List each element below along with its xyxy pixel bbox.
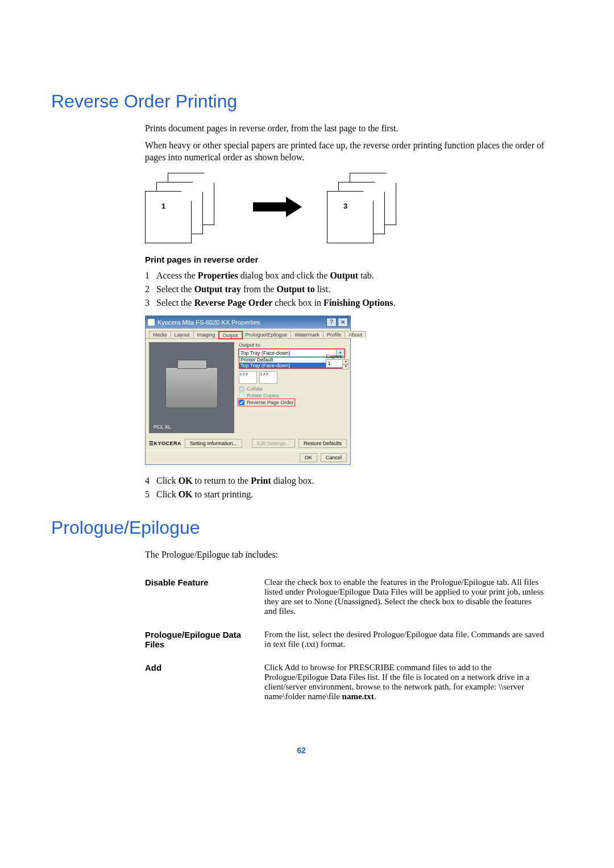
tab-watermark[interactable]: Watermark bbox=[291, 331, 323, 338]
intro-paragraph-2: When heavy or other special papers are p… bbox=[145, 139, 551, 164]
reverse-page-order-checkbox[interactable]: Reverse Page Order bbox=[239, 400, 294, 405]
page-stack-left: 3 2 1 bbox=[145, 173, 230, 241]
tab-media[interactable]: Media bbox=[149, 331, 171, 338]
step-item: 2Select the Output tray from the Output … bbox=[145, 283, 551, 296]
feature-desc: From the list, select the desired Prolog… bbox=[264, 626, 551, 659]
page-num-1: 1 bbox=[161, 202, 165, 210]
step-item: 3Select the Reverse Page Order check box… bbox=[145, 296, 551, 310]
spinner-up-icon[interactable]: ▲ bbox=[342, 359, 349, 364]
step-item: 4Click OK to return to the Print dialog … bbox=[145, 474, 551, 488]
feature-name: Disable Feature bbox=[145, 574, 264, 626]
subheading-print-reverse: Print pages in reverse order bbox=[145, 255, 551, 264]
table-row: Prologue/Epilogue Data FilesFrom the lis… bbox=[145, 626, 551, 659]
tab-profile[interactable]: Profile bbox=[323, 331, 346, 338]
tab-prologue-epilogue[interactable]: Prologue/Epilogue bbox=[242, 331, 292, 338]
feature-table: Disable FeatureClear the check box to en… bbox=[145, 574, 551, 712]
feature-desc: Click Add to browse for PRESCRIBE comman… bbox=[264, 659, 551, 712]
pcl-label: PCL XL bbox=[154, 424, 171, 430]
restore-defaults-button[interactable]: Restore Defaults bbox=[298, 439, 347, 448]
copies-value: 1 bbox=[327, 360, 330, 366]
step-item: 5Click OK to start printing. bbox=[145, 488, 551, 501]
output-to-value: Top Tray (Face-down) bbox=[240, 350, 291, 356]
feature-desc: Clear the check box to enable the featur… bbox=[264, 574, 551, 626]
output-to-label: Output to: bbox=[239, 342, 345, 348]
edit-settings-button: Edit Settings... bbox=[252, 439, 295, 448]
dialog-tabs: MediaLayoutImagingOutputPrologue/Epilogu… bbox=[146, 329, 350, 339]
app-icon bbox=[148, 319, 155, 326]
prologue-intro: The Prologue/Epilogue tab includes: bbox=[145, 549, 551, 561]
tab-imaging[interactable]: Imaging bbox=[193, 331, 219, 338]
dialog-titlebar: Kyocera Mita FS-6020 KX Properties ? ✕ bbox=[146, 316, 350, 329]
kyocera-logo: ☰KYOCERA bbox=[149, 441, 181, 446]
table-row: Disable FeatureClear the check box to en… bbox=[145, 574, 551, 626]
arrow-icon bbox=[253, 201, 304, 213]
tab-layout[interactable]: Layout bbox=[171, 331, 194, 338]
rotate-copies-checkbox[interactable]: Rotate Copies bbox=[239, 393, 345, 398]
page-number: 62 bbox=[51, 746, 551, 755]
printer-preview: PCL XL bbox=[149, 342, 234, 433]
collate-checkbox[interactable]: Collate bbox=[239, 386, 345, 392]
step-item: 1Access the Properties dialog box and cl… bbox=[145, 269, 551, 283]
copies-field: Copies: 1 ▲▼ bbox=[326, 354, 343, 368]
collate-illustration: 1 2 3 1 2 3 bbox=[239, 371, 345, 384]
copies-label: Copies: bbox=[326, 354, 343, 359]
dialog-title: Kyocera Mita FS-6020 KX Properties bbox=[157, 319, 260, 326]
page-num-3b: 3 bbox=[343, 202, 347, 210]
table-row: AddClick Add to browse for PRESCRIBE com… bbox=[145, 659, 551, 712]
ok-button[interactable]: OK bbox=[300, 453, 317, 462]
setting-info-button[interactable]: Setting Information... bbox=[185, 439, 242, 448]
copies-spinner[interactable]: 1 ▲▼ bbox=[326, 359, 343, 368]
heading-reverse-order: Reverse Order Printing bbox=[51, 91, 551, 112]
help-button[interactable]: ? bbox=[326, 318, 337, 327]
spinner-down-icon[interactable]: ▼ bbox=[342, 364, 349, 369]
feature-name: Add bbox=[145, 659, 264, 712]
printer-icon bbox=[165, 367, 218, 408]
properties-dialog: Kyocera Mita FS-6020 KX Properties ? ✕ M… bbox=[145, 315, 351, 465]
feature-name: Prologue/Epilogue Data Files bbox=[145, 626, 264, 659]
tab-output[interactable]: Output bbox=[219, 331, 242, 339]
steps-list-a: 1Access the Properties dialog box and cl… bbox=[145, 269, 551, 310]
close-button[interactable]: ✕ bbox=[338, 318, 348, 327]
heading-prologue: Prologue/Epilogue bbox=[51, 517, 551, 538]
intro-paragraph-1: Prints document pages in reverse order, … bbox=[145, 122, 551, 135]
cancel-button[interactable]: Cancel bbox=[321, 453, 347, 462]
steps-list-b: 4Click OK to return to the Print dialog … bbox=[145, 474, 551, 501]
reverse-order-figure: 3 2 1 1 2 3 bbox=[145, 173, 551, 241]
tab-about[interactable]: About bbox=[345, 331, 366, 338]
page-stack-right: 1 2 3 bbox=[327, 173, 412, 241]
